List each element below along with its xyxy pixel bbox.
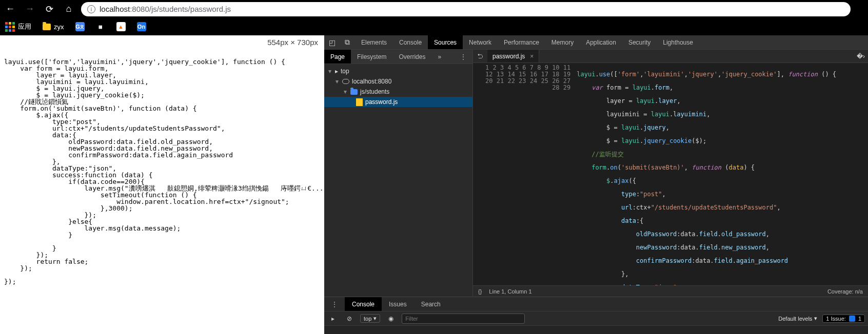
main-row: 554px × 730px layui.use(['form','layuimi… — [0, 35, 868, 334]
pretty-print-icon[interactable]: {} — [478, 288, 482, 295]
console-sidebar-icon[interactable]: ▸ — [327, 313, 339, 324]
issue-icon — [849, 316, 855, 322]
issues-badge[interactable]: 1 Issue: 1 — [822, 315, 865, 323]
clear-console-icon[interactable]: ⊘ — [344, 313, 355, 324]
navtab-page[interactable]: Page — [324, 50, 351, 64]
back-button[interactable]: ← — [3, 2, 17, 16]
inspect-icon[interactable]: ◰ — [324, 35, 340, 49]
editor-tab-label: password.js — [492, 53, 525, 60]
tab-performance[interactable]: Performance — [498, 35, 545, 49]
devtools-tabs: ◰ ⧉ Elements Console Sources Network Per… — [324, 35, 868, 50]
context-selector[interactable]: top▾ — [360, 314, 380, 323]
drawer-tab-issues[interactable]: Issues — [382, 297, 414, 311]
close-icon[interactable]: × — [530, 53, 534, 60]
folder-icon — [350, 89, 358, 95]
code-area[interactable]: 1 2 3 4 5 6 7 8 9 10 11 12 13 14 15 16 1… — [473, 63, 868, 285]
code-lines: layui.use(['form','layuimini','jquery','… — [575, 63, 868, 285]
translate-icon: G文 — [75, 22, 85, 31]
bookmark-on[interactable]: On — [137, 22, 146, 31]
bookmarks-bar: 应用 zyx G文 ▦ ▲ On — [0, 18, 868, 35]
sources-editor: ⮌ password.js × �› 1 2 3 4 5 6 7 8 9 10 … — [473, 50, 868, 297]
bookmark-label: zyx — [54, 23, 64, 31]
drawer-kebab[interactable]: ⋮ — [324, 297, 345, 311]
navtab-kebab[interactable]: ⋮ — [454, 50, 472, 64]
line-gutter: 1 2 3 4 5 6 7 8 9 10 11 12 13 14 15 16 1… — [473, 63, 575, 285]
navigator-tabs: Page Filesystem Overrides » ⋮ — [324, 50, 472, 64]
bookmark-zyx[interactable]: zyx — [43, 23, 64, 31]
tab-memory[interactable]: Memory — [545, 35, 580, 49]
home-button[interactable]: ⌂ — [62, 2, 76, 16]
sources-body: Page Filesystem Overrides » ⋮ ▾▸top ▾loc… — [324, 50, 868, 297]
coverage-status: Coverage: n/a — [827, 288, 863, 295]
drawer-tab-search[interactable]: Search — [414, 297, 448, 311]
console-filter-input[interactable] — [402, 314, 525, 324]
drawer-tabs: ⋮ Console Issues Search — [324, 297, 868, 311]
qr-icon: ▦ — [96, 22, 105, 31]
apps-button[interactable]: 应用 — [5, 22, 31, 32]
folder-icon — [43, 24, 51, 30]
address-bar[interactable]: i localhost:8080/js/students/password.js — [81, 2, 851, 16]
site-info-icon[interactable]: i — [87, 5, 95, 13]
reload-button[interactable]: ⟳ — [42, 2, 56, 16]
tree-folder[interactable]: ▾js/students — [324, 87, 472, 97]
forward-button[interactable]: → — [23, 2, 37, 16]
live-expression-icon[interactable]: ◉ — [385, 313, 397, 324]
editor-status-bar: {} Line 1, Column 1 Coverage: n/a — [473, 285, 868, 297]
editor-history-icon[interactable]: ⮌ — [473, 50, 487, 62]
console-drawer: ⋮ Console Issues Search ▸ ⊘ top▾ ◉ Defau… — [324, 297, 868, 334]
navtab-filesystem[interactable]: Filesystem — [351, 50, 392, 64]
apps-label: 应用 — [18, 22, 31, 31]
tree-host[interactable]: ▾localhost:8080 — [324, 76, 472, 87]
cursor-position: Line 1, Column 1 — [489, 288, 531, 295]
bookmark-flame[interactable]: ▲ — [116, 22, 126, 31]
tab-network[interactable]: Network — [463, 35, 498, 49]
page-source-text: layui.use(['form','layuimini','jquery','… — [4, 58, 320, 285]
console-toolbar: ▸ ⊘ top▾ ◉ Default levels▾ 1 Issue: 1 — [324, 311, 868, 326]
editor-tab-passwordjs[interactable]: password.js × — [487, 50, 539, 62]
tree-top[interactable]: ▾▸top — [324, 66, 472, 76]
bookmark-translate[interactable]: G文 — [75, 22, 85, 31]
on-icon: On — [137, 22, 146, 31]
file-tree: ▾▸top ▾localhost:8080 ▾js/students passw… — [324, 64, 472, 297]
js-file-icon — [356, 98, 363, 106]
url-text: localhost:8080/js/students/password.js — [100, 5, 231, 13]
device-icon[interactable]: ⧉ — [340, 35, 355, 49]
browser-toolbar: ← → ⟳ ⌂ i localhost:8080/js/students/pas… — [0, 0, 868, 18]
issues-count: 1 — [858, 316, 861, 322]
tab-elements[interactable]: Elements — [355, 35, 393, 49]
navtab-overrides[interactable]: Overrides — [392, 50, 431, 64]
issues-label: 1 Issue: — [826, 316, 846, 322]
apps-icon — [5, 22, 15, 32]
drawer-tab-console[interactable]: Console — [345, 297, 382, 311]
navtab-more[interactable]: » — [431, 50, 447, 64]
bookmark-qr[interactable]: ▦ — [96, 22, 105, 31]
tab-sources[interactable]: Sources — [428, 35, 463, 49]
tab-lighthouse[interactable]: Lighthouse — [657, 35, 699, 49]
console-body[interactable] — [324, 326, 868, 334]
devtools-dimension-overlay: 554px × 730px — [267, 38, 318, 46]
page-content: 554px × 730px layui.use(['form','layuimi… — [0, 35, 324, 334]
sources-navigator: Page Filesystem Overrides » ⋮ ▾▸top ▾loc… — [324, 50, 473, 297]
cloud-icon — [342, 79, 349, 84]
tab-security[interactable]: Security — [622, 35, 657, 49]
tree-file-passwordjs[interactable]: password.js — [324, 97, 472, 107]
tab-console[interactable]: Console — [393, 35, 428, 49]
flame-icon: ▲ — [116, 22, 126, 31]
editor-expand-icon[interactable]: �› — [854, 50, 868, 62]
devtools: ◰ ⧉ Elements Console Sources Network Per… — [324, 35, 868, 334]
log-levels-selector[interactable]: Default levels▾ — [778, 315, 817, 322]
tab-application[interactable]: Application — [580, 35, 622, 49]
editor-tabs: ⮌ password.js × �› — [473, 50, 868, 63]
